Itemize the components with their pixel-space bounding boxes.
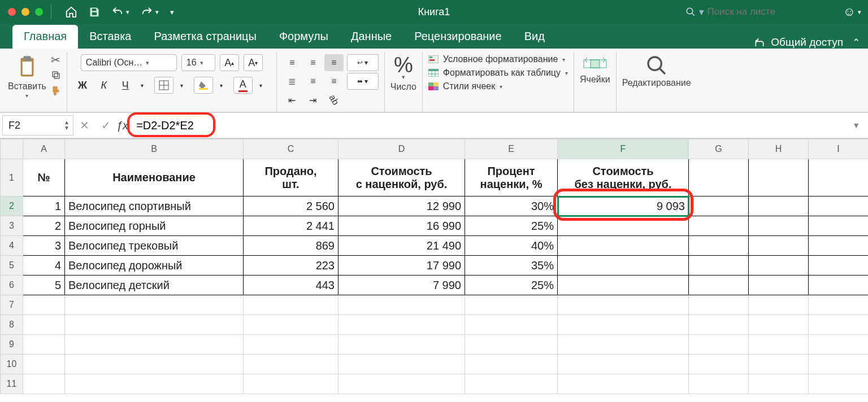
cell-G8[interactable] (689, 315, 749, 335)
expand-formula-bar-icon[interactable]: ▼ (852, 121, 860, 130)
cell-G6[interactable] (689, 276, 749, 295)
cell-B4[interactable]: Велосипед трековый (65, 236, 244, 256)
cut-icon[interactable]: ✂ (51, 54, 61, 65)
tab-home[interactable]: Главная (12, 25, 78, 49)
col-header-G[interactable]: G (689, 139, 749, 159)
fx-icon[interactable]: ƒx (116, 119, 128, 132)
align-bottom-button[interactable]: ≡ (324, 54, 344, 71)
cell-I6[interactable] (809, 276, 869, 295)
cell-A10[interactable] (23, 355, 65, 374)
format-painter-icon[interactable] (51, 85, 61, 96)
cell-I2[interactable] (809, 196, 869, 216)
cell-G7[interactable] (689, 295, 749, 315)
cell-I7[interactable] (809, 295, 869, 315)
number-format-button[interactable]: % ▾ Число (390, 54, 416, 92)
italic-button[interactable]: К (94, 77, 114, 94)
align-center-button[interactable]: ≡ (303, 73, 323, 90)
row-header-3[interactable]: 3 (1, 216, 23, 236)
cell-C11[interactable] (244, 374, 338, 394)
cell-E11[interactable] (465, 374, 558, 394)
cell-H5[interactable] (749, 256, 809, 276)
spreadsheet-grid[interactable]: A B C D E F G H I 1 № Наименование Прода… (0, 139, 868, 394)
cell-D5[interactable]: 17 990 (338, 256, 465, 276)
redo-icon[interactable] (141, 6, 153, 18)
col-header-C[interactable]: C (244, 139, 338, 159)
cell-D4[interactable]: 21 490 (338, 236, 465, 256)
cell-B11[interactable] (65, 374, 244, 394)
cell-E1[interactable]: Процентнаценки, % (465, 159, 558, 196)
cell-C7[interactable] (244, 295, 338, 315)
cell-H3[interactable] (749, 216, 809, 236)
cells-button[interactable]: Ячейки (580, 54, 610, 85)
bold-button[interactable]: Ж (73, 77, 92, 94)
save-icon[interactable] (89, 6, 100, 18)
cell-E7[interactable] (465, 295, 558, 315)
cell-D8[interactable] (338, 315, 465, 335)
cell-F8[interactable] (558, 315, 689, 335)
row-header-7[interactable]: 7 (1, 295, 23, 315)
cell-I9[interactable] (809, 335, 869, 355)
shrink-font-button[interactable]: A▾ (244, 54, 263, 71)
paste-dropdown-icon[interactable]: ▾ (25, 93, 28, 99)
cell-G9[interactable] (689, 335, 749, 355)
cell-G10[interactable] (689, 355, 749, 374)
redo-dropdown-icon[interactable]: ▾ (155, 9, 159, 15)
cell-B6[interactable]: Велосипед детский (65, 276, 244, 295)
cell-I1[interactable] (809, 159, 869, 196)
undo-icon[interactable] (111, 6, 124, 18)
cell-E9[interactable] (465, 335, 558, 355)
cell-D6[interactable]: 7 990 (338, 276, 465, 295)
cell-C2[interactable]: 2 560 (244, 196, 338, 216)
cell-C1[interactable]: Продано,шт. (244, 159, 338, 196)
font-size-select[interactable]: 16▾ (181, 54, 215, 71)
row-header-10[interactable]: 10 (1, 355, 23, 374)
cell-H1[interactable] (749, 159, 809, 196)
close-window-button[interactable] (8, 8, 16, 16)
fill-dropdown-icon[interactable]: ▾ (212, 77, 231, 94)
share-button[interactable]: Общий доступ (771, 36, 843, 49)
cancel-formula-button[interactable]: ✕ (73, 119, 95, 132)
cell-F4[interactable] (558, 236, 689, 256)
cell-B2[interactable]: Велосипед спортивный (65, 196, 244, 216)
underline-dropdown-icon[interactable]: ▾ (133, 77, 152, 94)
accept-formula-button[interactable]: ✓ (95, 119, 116, 132)
tab-view[interactable]: Вид (513, 25, 556, 49)
cell-C5[interactable]: 223 (244, 256, 338, 276)
align-middle-button[interactable]: ≡ (303, 54, 323, 71)
cell-G5[interactable] (689, 256, 749, 276)
align-top-button[interactable]: ≡ (283, 54, 302, 71)
qat-customize-icon[interactable]: ▾ (170, 8, 174, 16)
search-dropdown-icon[interactable]: ▾ (699, 6, 704, 18)
cell-E2[interactable]: 30% (465, 196, 558, 216)
cell-B10[interactable] (65, 355, 244, 374)
cell-H7[interactable] (749, 295, 809, 315)
cell-I3[interactable] (809, 216, 869, 236)
cell-F1[interactable]: Стоимостьбез наценки, руб. (558, 159, 689, 196)
underline-button[interactable]: Ч (116, 77, 135, 94)
minimize-window-button[interactable] (21, 8, 29, 16)
cell-B5[interactable]: Велосипед дорожный (65, 256, 244, 276)
cell-A9[interactable] (23, 335, 65, 355)
cell-H8[interactable] (749, 315, 809, 335)
tab-formulas[interactable]: Формулы (268, 25, 340, 49)
cell-D7[interactable] (338, 295, 465, 315)
cell-I8[interactable] (809, 315, 869, 335)
collapse-ribbon-icon[interactable]: ⌃ (852, 37, 860, 49)
copy-icon[interactable] (51, 70, 61, 80)
home-icon[interactable] (65, 6, 77, 18)
cell-D3[interactable]: 16 990 (338, 216, 465, 236)
font-name-select[interactable]: Calibri (Осн…▾ (81, 54, 177, 71)
cell-D1[interactable]: Стоимостьс наценкой, руб. (338, 159, 465, 196)
cell-D2[interactable]: 12 990 (338, 196, 465, 216)
cell-G11[interactable] (689, 374, 749, 394)
borders-button[interactable] (154, 77, 173, 94)
grow-font-button[interactable]: A▴ (220, 54, 239, 71)
row-header-8[interactable]: 8 (1, 315, 23, 335)
increase-indent-button[interactable]: ⇥ (303, 91, 323, 108)
formula-input[interactable] (131, 117, 221, 134)
cell-I11[interactable] (809, 374, 869, 394)
cell-F3[interactable] (558, 216, 689, 236)
zoom-window-button[interactable] (35, 8, 43, 16)
col-header-A[interactable]: A (23, 139, 65, 159)
cell-B3[interactable]: Велосипед горный (65, 216, 244, 236)
